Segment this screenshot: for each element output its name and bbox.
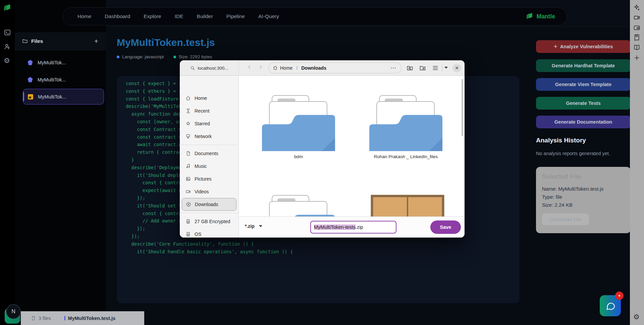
file-type-dropdown[interactable]: *.zip <box>245 223 262 229</box>
sidebar-item-recent[interactable]: Recent <box>180 105 238 117</box>
back-button[interactable]: ‹ <box>245 62 254 71</box>
language-label: Language: javascript <box>122 54 164 59</box>
selected-file-size: Size: 2.24 KB <box>542 201 625 209</box>
nav-item-builder[interactable]: Builder <box>197 13 213 19</box>
nav-item-ide[interactable]: IDE <box>175 13 183 19</box>
folder-icon <box>367 94 444 152</box>
hardhat-icon <box>28 94 33 100</box>
chevron-down-icon <box>259 225 262 227</box>
generate-viem-template-button[interactable]: Generate Viem Template <box>536 78 631 91</box>
add-file-button[interactable]: + <box>94 37 98 45</box>
filename-selected-text: MyMultiToken-tests <box>314 224 356 230</box>
document-icon <box>185 151 191 156</box>
brand[interactable]: Mantle <box>526 12 555 21</box>
sidebar-separator <box>180 213 238 213</box>
language-dot <box>117 56 119 58</box>
sidebar-item-encrypted-drive[interactable]: 27 GB Encrypted <box>180 215 238 228</box>
files-count: 3 files <box>39 316 51 321</box>
sidebar-item-pictures[interactable]: Pictures <box>180 173 238 185</box>
videos-icon <box>185 189 191 194</box>
file-list-item[interactable]: MyMultiTok... <box>23 72 104 87</box>
sidebar-item-starred[interactable]: Starred <box>180 117 238 130</box>
generate-hardhat-template-button[interactable]: Generate Hardhat Template <box>536 59 631 72</box>
file-name: MyMultiTok... <box>38 60 66 65</box>
sidebar-item-documents[interactable]: Documents <box>180 147 238 160</box>
button-label: Analyze Vulnerabilities <box>560 44 613 49</box>
folder-item-bdm[interactable]: bdm <box>260 94 337 159</box>
dialog-bottom-bar: *.zip MyMultiToken-tests.zip Save <box>239 216 465 238</box>
plus-icon[interactable] <box>633 54 640 61</box>
active-file-tab[interactable]: MyMultiToken.test.js <box>68 316 116 321</box>
search-icon[interactable] <box>190 66 195 71</box>
sidebar-item-network[interactable]: Network <box>180 130 238 143</box>
nav-item-dashboard[interactable]: Dashboard <box>105 13 130 19</box>
selected-file-card: Selected File Name: MyMultiToken.test.js… <box>536 167 631 233</box>
avatar-initial: N <box>6 304 21 319</box>
view-options-caret-icon[interactable] <box>444 67 448 69</box>
sidebar-item-music[interactable]: Music <box>180 160 238 173</box>
search-folder-icon[interactable] <box>407 65 413 71</box>
button-label: Generate Viem Template <box>555 82 611 87</box>
folder-item-partial[interactable] <box>260 194 337 216</box>
view-list-icon[interactable] <box>432 65 439 71</box>
forward-button[interactable]: › <box>256 62 265 71</box>
reader-icon[interactable] <box>633 44 640 51</box>
files-list: MyMultiTok... MyMultiTok... MyMultiTok..… <box>23 55 104 106</box>
code-line: it('Should handle basic operations', asy… <box>126 248 520 256</box>
file-meta-row: Language: javascript Size: 2292 bytes <box>117 54 212 59</box>
nav-item-explore[interactable]: Explore <box>144 13 161 19</box>
video-icon[interactable] <box>633 14 640 21</box>
sparkle-icon[interactable] <box>633 4 640 11</box>
sidebar-item-videos[interactable]: Videos <box>180 185 238 198</box>
wallet-icon[interactable] <box>633 24 640 31</box>
chat-widget-button[interactable] <box>600 295 621 316</box>
sidebar-item-downloads[interactable]: Downloads <box>182 198 236 211</box>
close-dialog-button[interactable]: ✕ <box>452 64 461 72</box>
dialog-header: localhost:300... ‹ › Home / Downloads ··… <box>180 60 465 76</box>
dialog-title-zone: localhost:300... <box>180 60 239 76</box>
nav-item-pipeline[interactable]: Pipeline <box>226 13 245 19</box>
sidebar-item-label: OS <box>195 232 201 237</box>
contract-hexagon-icon <box>28 60 33 65</box>
home-icon <box>273 65 278 70</box>
gear-icon[interactable]: ⚙ <box>633 313 640 321</box>
generate-documentation-button[interactable]: Generate Documentation <box>536 116 631 128</box>
sidebar-item-home[interactable]: Home <box>180 92 238 105</box>
sidebar-item-label: Videos <box>195 189 209 194</box>
dialog-scrollbar[interactable] <box>462 79 463 136</box>
breadcrumb-separator: / <box>296 65 298 71</box>
button-label: Generate Documentation <box>554 119 612 125</box>
nav-item-ai-query[interactable]: AI-Query <box>258 13 279 19</box>
dialog-file-grid: bdm Rohan Prakash _ LinkedIn_files <box>239 76 465 216</box>
chat-notification-badge <box>615 291 624 300</box>
folder-item-linkedin-files[interactable]: Rohan Prakash _ LinkedIn_files <box>367 94 444 159</box>
sidebar-item-label: Pictures <box>195 176 212 182</box>
generate-tests-button[interactable]: Generate Tests <box>536 97 631 110</box>
file-list-item[interactable]: MyMultiTok... <box>23 55 104 70</box>
analyze-vulnerabilities-button[interactable]: + Analyze Vulnerabilities <box>536 40 631 53</box>
archive-box-item-partial[interactable] <box>369 195 446 216</box>
breadcrumb-more-button[interactable]: ··· <box>391 65 396 71</box>
analysis-history-empty: No analysis reports generated yet. <box>536 151 610 156</box>
download-file-button[interactable]: Download File <box>542 213 589 225</box>
file-list-item-selected[interactable]: MyMultiTok... <box>23 89 104 105</box>
file-save-dialog: localhost:300... ‹ › Home / Downloads ··… <box>180 60 465 238</box>
user-bolt-icon[interactable] <box>4 43 11 50</box>
star-icon <box>185 121 191 126</box>
recent-icon <box>185 108 191 114</box>
terminal-icon[interactable] <box>4 29 11 36</box>
nav-item-home[interactable]: Home <box>77 13 91 19</box>
new-folder-icon[interactable] <box>419 65 426 71</box>
size-label: Size: 2292 bytes <box>179 54 212 59</box>
book-icon[interactable] <box>633 34 640 41</box>
settings-gear-icon[interactable]: ⚙ <box>4 57 10 64</box>
button-label: Generate Hardhat Template <box>552 63 615 68</box>
save-button[interactable]: Save <box>430 220 461 234</box>
sidebar-item-label: Starred <box>195 121 210 126</box>
sidebar-item-os[interactable]: OS <box>180 228 238 238</box>
breadcrumb-current[interactable]: Downloads <box>301 65 326 71</box>
breadcrumb-home[interactable]: Home <box>280 65 292 71</box>
status-bar: 3 files MyMultiToken.test.js <box>21 311 144 325</box>
filename-input[interactable]: MyMultiToken-tests.zip <box>310 221 396 234</box>
user-avatar[interactable]: N <box>5 304 21 324</box>
